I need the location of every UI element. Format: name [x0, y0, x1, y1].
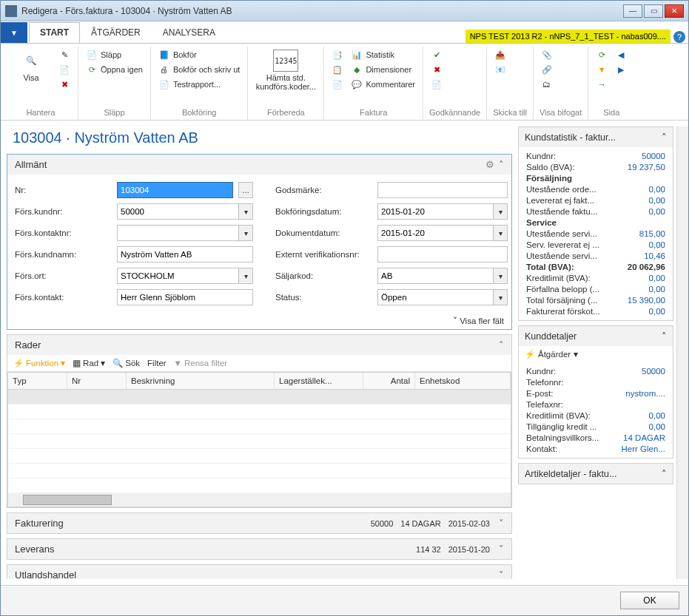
ribbon-comments[interactable]: 💬Kommentarer: [349, 78, 417, 91]
ribbon-dimensions[interactable]: ◆Dimensioner: [349, 63, 417, 76]
dropdown-icon[interactable]: ▾: [493, 289, 508, 305]
ribbon-delete[interactable]: ✖: [57, 78, 72, 91]
factbox-artikeldetaljer-header[interactable]: Artikeldetaljer - faktu...˄: [519, 464, 673, 484]
lines-sok[interactable]: 🔍 Sök: [112, 358, 140, 368]
factbox-row[interactable]: Förfallna belopp (...0,00: [526, 285, 665, 294]
lines-rad[interactable]: ▦ Rad ▾: [73, 358, 105, 368]
factbox-row[interactable]: Kreditlimit (BVA):0,00: [526, 411, 665, 420]
ribbon-send-b[interactable]: 📧: [493, 63, 508, 76]
ribbon-attach-a[interactable]: 📎: [540, 48, 554, 61]
ribbon-prev-icon[interactable]: ◀: [614, 48, 628, 61]
field-ort[interactable]: [117, 268, 239, 284]
ribbon-next-icon[interactable]: ▶: [614, 63, 628, 76]
factbox-row[interactable]: Utestående servi...815,00: [526, 229, 665, 238]
field-kundnr[interactable]: [117, 203, 239, 220]
minimize-button[interactable]: —: [623, 4, 642, 18]
ribbon-icon-b[interactable]: 📋: [330, 63, 345, 76]
field-status[interactable]: [377, 289, 494, 305]
dropdown-icon[interactable]: ▾: [493, 268, 508, 284]
ribbon-release[interactable]: 📄Släpp: [84, 48, 144, 61]
lines-body[interactable]: [8, 390, 511, 493]
dropdown-icon[interactable]: ▾: [238, 225, 253, 241]
file-menu-button[interactable]: ▼: [1, 22, 27, 43]
tab-analyze[interactable]: ANALYSERA: [152, 22, 226, 43]
ribbon-post[interactable]: 📘Bokför: [157, 48, 241, 61]
ribbon-test-report[interactable]: 📄Testrapport...: [157, 78, 241, 91]
ribbon-approve-c[interactable]: 📄: [429, 78, 444, 91]
factbox-row[interactable]: Tillgänglig kredit ...0,00: [526, 422, 665, 431]
fasttab-fakturering-header[interactable]: Fakturering 5000014 DAGAR2015-02-03 ˅: [7, 513, 511, 533]
factbox-row[interactable]: Kundnr:50000: [526, 367, 665, 376]
dropdown-icon[interactable]: ▾: [493, 225, 508, 241]
fasttab-rader-header[interactable]: Rader˄: [7, 335, 511, 355]
lookup-nr-button[interactable]: …: [238, 182, 253, 198]
tab-start[interactable]: START: [29, 22, 80, 43]
fasttab-utland-header[interactable]: Utlandshandel ˅: [7, 565, 511, 579]
field-kundnamn[interactable]: [117, 246, 253, 263]
gear-icon[interactable]: ⚙: [485, 159, 494, 170]
factbox-row[interactable]: Saldo (BVA):19 237,50: [526, 163, 665, 172]
ribbon-view[interactable]: 🔍Visa: [10, 48, 53, 84]
col-lager[interactable]: Lagerställek...: [275, 373, 363, 389]
factbox-row[interactable]: E-post:nystrom....: [526, 389, 665, 398]
field-dokdatum[interactable]: [377, 225, 494, 241]
col-beskr[interactable]: Beskrivning: [127, 373, 275, 389]
factbox-kundstatistik-header[interactable]: Kundstatistik - faktur...˄: [519, 127, 673, 147]
maximize-button[interactable]: ▭: [644, 4, 663, 18]
vertical-scrollbar[interactable]: [676, 126, 688, 579]
col-enhet[interactable]: Enhetskod: [415, 373, 511, 389]
col-antal[interactable]: Antal: [363, 373, 415, 389]
factbox-row[interactable]: Kontakt:Herr Glen...: [526, 444, 665, 453]
factbox-row[interactable]: Utestående servi...10,46: [526, 251, 665, 260]
factbox-row[interactable]: Total (BVA):20 062,96: [526, 263, 665, 271]
fasttab-leverans-header[interactable]: Leverans 114 322015-01-20 ˅: [7, 539, 511, 559]
ribbon-statistics[interactable]: 📊Statistik: [349, 48, 417, 61]
ribbon-attach-b[interactable]: 🔗: [540, 63, 554, 76]
factbox-row[interactable]: Utestående faktu...0,00: [526, 207, 665, 216]
field-gods[interactable]: [377, 182, 508, 198]
lines-funktion[interactable]: ⚡ Funktion ▾: [13, 358, 65, 368]
ribbon-filter-icon[interactable]: ▼: [594, 63, 609, 76]
field-kontaktnr[interactable]: [117, 225, 239, 241]
ribbon-icon-a[interactable]: 📑: [330, 48, 345, 61]
ribbon-goto-icon[interactable]: →: [594, 78, 609, 91]
col-nr[interactable]: Nr: [67, 373, 127, 389]
tab-actions[interactable]: ÅTGÄRDER: [80, 22, 152, 43]
factbox-row[interactable]: Betalningsvillkors...14 DAGAR: [526, 433, 665, 442]
ribbon-hamtastd[interactable]: 12345Hämta std. kundförs.koder...: [254, 48, 317, 92]
col-typ[interactable]: Typ: [8, 373, 67, 389]
ribbon-approve-b[interactable]: ✖: [429, 63, 444, 76]
horizontal-scrollbar[interactable]: [8, 493, 511, 507]
factbox-atgarder[interactable]: ⚡Åtgärder ▾: [519, 346, 673, 362]
close-button[interactable]: ✕: [665, 4, 684, 18]
field-bokdatum[interactable]: [377, 203, 494, 220]
lines-rensa[interactable]: ▼ Rensa filter: [174, 359, 228, 368]
ribbon-icon-c[interactable]: 📄: [330, 78, 345, 91]
ribbon-post-print[interactable]: 🖨Bokför och skriv ut: [157, 63, 241, 76]
ribbon-refresh-icon[interactable]: ⟳: [594, 48, 609, 61]
lines-filter[interactable]: Filter: [147, 359, 167, 368]
factbox-row[interactable]: Serv. levererat ej ...0,00: [526, 240, 665, 249]
field-kontakt[interactable]: [117, 289, 253, 305]
ribbon-attach-c[interactable]: 🗂: [540, 78, 554, 91]
factbox-row[interactable]: Kundnr:50000: [526, 152, 665, 160]
ok-button[interactable]: OK: [620, 592, 679, 609]
factbox-kunddetaljer-header[interactable]: Kunddetaljer˄: [519, 326, 673, 346]
ribbon-reopen[interactable]: ⟳Öppna igen: [84, 63, 144, 76]
ribbon-new[interactable]: 📄: [57, 63, 72, 76]
dropdown-icon[interactable]: ▾: [238, 268, 253, 284]
ribbon-approve-a[interactable]: ✔: [429, 48, 444, 61]
field-saljarkod[interactable]: [377, 268, 494, 284]
ribbon-edit[interactable]: ✎: [57, 48, 72, 61]
field-extver[interactable]: [377, 246, 508, 263]
dropdown-icon[interactable]: ▾: [493, 203, 508, 220]
help-icon[interactable]: ?: [673, 31, 685, 43]
fasttab-allmant-header[interactable]: Allmänt ⚙ ˄: [7, 155, 511, 175]
factbox-row[interactable]: Total försäljning (...15 390,00: [526, 296, 665, 305]
dropdown-icon[interactable]: ▾: [238, 203, 253, 220]
factbox-row[interactable]: Fakturerat förskot...0,00: [526, 307, 665, 316]
factbox-row[interactable]: Kreditlimit (BVA):0,00: [526, 274, 665, 282]
show-more-fields[interactable]: ˅ Visa fler fält: [7, 313, 511, 329]
field-nr[interactable]: [117, 182, 233, 198]
factbox-row[interactable]: Utestående orde...0,00: [526, 185, 665, 194]
